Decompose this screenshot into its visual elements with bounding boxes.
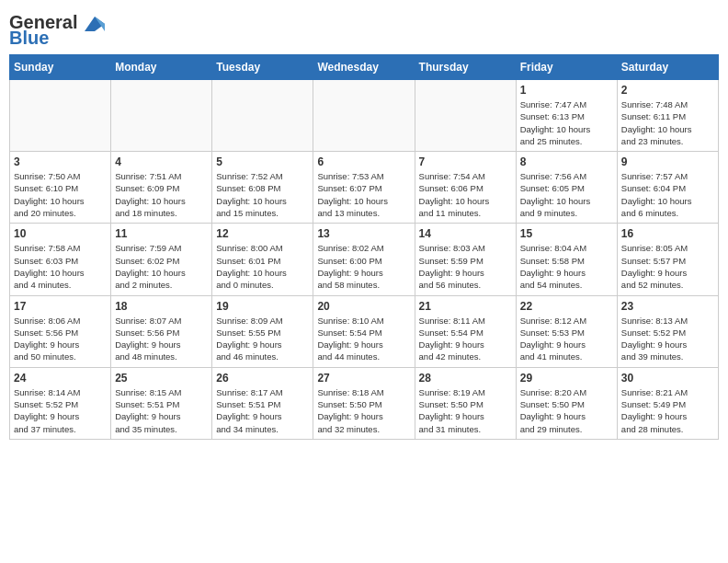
calendar-header-row: SundayMondayTuesdayWednesdayThursdayFrid… [10,55,719,80]
day-info: Sunrise: 7:56 AM Sunset: 6:05 PM Dayligh… [520,170,613,219]
calendar-cell [313,80,415,152]
calendar-cell [212,80,313,152]
day-info: Sunrise: 7:52 AM Sunset: 6:08 PM Dayligh… [216,170,309,219]
day-info: Sunrise: 8:12 AM Sunset: 5:53 PM Dayligh… [520,315,613,363]
day-info: Sunrise: 8:10 AM Sunset: 5:54 PM Dayligh… [317,315,410,363]
calendar-cell: 14Sunrise: 8:03 AM Sunset: 5:59 PM Dayli… [415,224,516,295]
day-number: 22 [520,300,613,313]
day-info: Sunrise: 8:06 AM Sunset: 5:56 PM Dayligh… [14,315,107,363]
calendar-cell: 25Sunrise: 8:15 AM Sunset: 5:51 PM Dayli… [111,367,212,439]
day-number: 3 [14,155,107,168]
day-number: 1 [520,84,613,97]
calendar-cell: 2Sunrise: 7:48 AM Sunset: 6:11 PM Daylig… [617,80,718,152]
calendar-cell: 5Sunrise: 7:52 AM Sunset: 6:08 PM Daylig… [212,152,313,224]
day-number: 5 [216,155,309,168]
column-header-friday: Friday [516,55,617,80]
calendar-week-4: 17Sunrise: 8:06 AM Sunset: 5:56 PM Dayli… [10,295,719,367]
day-number: 12 [216,227,309,240]
day-info: Sunrise: 7:50 AM Sunset: 6:10 PM Dayligh… [14,170,107,219]
calendar-cell: 23Sunrise: 8:13 AM Sunset: 5:52 PM Dayli… [617,295,718,367]
day-info: Sunrise: 7:59 AM Sunset: 6:02 PM Dayligh… [115,242,208,291]
day-info: Sunrise: 8:11 AM Sunset: 5:54 PM Dayligh… [419,315,512,363]
day-number: 29 [520,372,613,385]
calendar-cell: 15Sunrise: 8:04 AM Sunset: 5:58 PM Dayli… [516,224,617,295]
day-number: 14 [419,227,512,240]
calendar-cell [10,80,111,152]
day-info: Sunrise: 8:05 AM Sunset: 5:57 PM Dayligh… [621,242,714,291]
calendar-week-5: 24Sunrise: 8:14 AM Sunset: 5:52 PM Dayli… [10,367,719,439]
day-info: Sunrise: 7:47 AM Sunset: 6:13 PM Dayligh… [520,98,613,147]
column-header-saturday: Saturday [617,55,718,80]
day-number: 19 [216,300,309,313]
calendar-cell: 20Sunrise: 8:10 AM Sunset: 5:54 PM Dayli… [313,295,415,367]
calendar-cell: 24Sunrise: 8:14 AM Sunset: 5:52 PM Dayli… [10,367,111,439]
calendar-cell: 21Sunrise: 8:11 AM Sunset: 5:54 PM Dayli… [415,295,516,367]
day-info: Sunrise: 7:48 AM Sunset: 6:11 PM Dayligh… [621,98,714,147]
column-header-tuesday: Tuesday [212,55,313,80]
calendar-cell: 6Sunrise: 7:53 AM Sunset: 6:07 PM Daylig… [313,152,415,224]
calendar-cell: 13Sunrise: 8:02 AM Sunset: 6:00 PM Dayli… [313,224,415,295]
calendar-cell: 8Sunrise: 7:56 AM Sunset: 6:05 PM Daylig… [516,152,617,224]
day-number: 13 [317,227,410,240]
day-number: 20 [317,300,410,313]
day-number: 27 [317,372,410,385]
day-info: Sunrise: 7:53 AM Sunset: 6:07 PM Dayligh… [317,170,410,219]
day-info: Sunrise: 8:03 AM Sunset: 5:59 PM Dayligh… [419,242,512,291]
day-number: 28 [419,372,512,385]
calendar-week-1: 1Sunrise: 7:47 AM Sunset: 6:13 PM Daylig… [10,80,719,152]
calendar-cell: 29Sunrise: 8:20 AM Sunset: 5:50 PM Dayli… [516,367,617,439]
calendar-cell [415,80,516,152]
day-number: 10 [14,227,107,240]
calendar: SundayMondayTuesdayWednesdayThursdayFrid… [9,54,719,440]
day-number: 25 [115,372,208,385]
day-number: 4 [115,155,208,168]
day-number: 16 [621,227,714,240]
calendar-cell [111,80,212,152]
logo: General Blue [9,9,105,49]
day-info: Sunrise: 8:13 AM Sunset: 5:52 PM Dayligh… [621,315,714,363]
day-number: 6 [317,155,410,168]
day-number: 11 [115,227,208,240]
day-number: 23 [621,300,714,313]
day-number: 18 [115,300,208,313]
logo-blue: Blue [9,28,49,49]
day-info: Sunrise: 8:18 AM Sunset: 5:50 PM Dayligh… [317,386,410,435]
calendar-cell: 26Sunrise: 8:17 AM Sunset: 5:51 PM Dayli… [212,367,313,439]
day-info: Sunrise: 7:54 AM Sunset: 6:06 PM Dayligh… [419,170,512,219]
day-number: 24 [14,372,107,385]
day-info: Sunrise: 8:17 AM Sunset: 5:51 PM Dayligh… [216,386,309,435]
day-info: Sunrise: 8:04 AM Sunset: 5:58 PM Dayligh… [520,242,613,291]
calendar-cell: 1Sunrise: 7:47 AM Sunset: 6:13 PM Daylig… [516,80,617,152]
calendar-cell: 28Sunrise: 8:19 AM Sunset: 5:50 PM Dayli… [415,367,516,439]
day-info: Sunrise: 8:21 AM Sunset: 5:49 PM Dayligh… [621,386,714,435]
day-info: Sunrise: 8:09 AM Sunset: 5:55 PM Dayligh… [216,315,309,363]
calendar-cell: 9Sunrise: 7:57 AM Sunset: 6:04 PM Daylig… [617,152,718,224]
calendar-cell: 30Sunrise: 8:21 AM Sunset: 5:49 PM Dayli… [617,367,718,439]
column-header-wednesday: Wednesday [313,55,415,80]
day-info: Sunrise: 8:15 AM Sunset: 5:51 PM Dayligh… [115,386,208,435]
day-info: Sunrise: 8:20 AM Sunset: 5:50 PM Dayligh… [520,386,613,435]
calendar-cell: 10Sunrise: 7:58 AM Sunset: 6:03 PM Dayli… [10,224,111,295]
calendar-cell: 7Sunrise: 7:54 AM Sunset: 6:06 PM Daylig… [415,152,516,224]
day-number: 21 [419,300,512,313]
logo-icon [85,17,105,31]
day-info: Sunrise: 8:02 AM Sunset: 6:00 PM Dayligh… [317,242,410,291]
day-info: Sunrise: 7:57 AM Sunset: 6:04 PM Dayligh… [621,170,714,219]
calendar-cell: 27Sunrise: 8:18 AM Sunset: 5:50 PM Dayli… [313,367,415,439]
day-info: Sunrise: 8:14 AM Sunset: 5:52 PM Dayligh… [14,386,107,435]
day-info: Sunrise: 8:07 AM Sunset: 5:56 PM Dayligh… [115,315,208,363]
column-header-monday: Monday [111,55,212,80]
day-info: Sunrise: 7:51 AM Sunset: 6:09 PM Dayligh… [115,170,208,219]
day-number: 9 [621,155,714,168]
day-number: 15 [520,227,613,240]
calendar-cell: 22Sunrise: 8:12 AM Sunset: 5:53 PM Dayli… [516,295,617,367]
calendar-cell: 17Sunrise: 8:06 AM Sunset: 5:56 PM Dayli… [10,295,111,367]
day-number: 30 [621,372,714,385]
header: General Blue [9,9,719,49]
day-info: Sunrise: 8:00 AM Sunset: 6:01 PM Dayligh… [216,242,309,291]
column-header-sunday: Sunday [10,55,111,80]
day-number: 2 [621,84,714,97]
calendar-cell: 12Sunrise: 8:00 AM Sunset: 6:01 PM Dayli… [212,224,313,295]
calendar-cell: 19Sunrise: 8:09 AM Sunset: 5:55 PM Dayli… [212,295,313,367]
calendar-cell: 11Sunrise: 7:59 AM Sunset: 6:02 PM Dayli… [111,224,212,295]
